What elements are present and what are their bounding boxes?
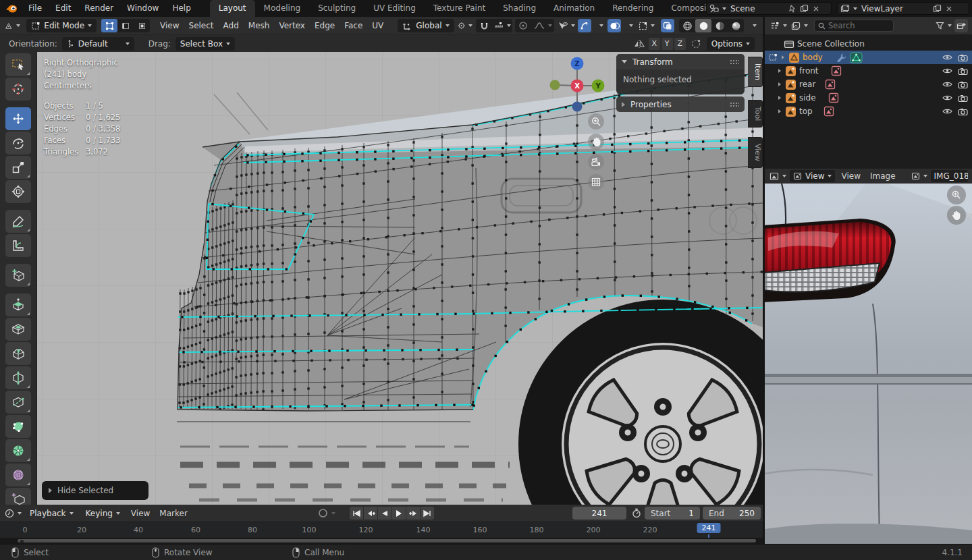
object-name[interactable]: side bbox=[796, 93, 819, 103]
snap-symmetry-icon[interactable] bbox=[691, 38, 701, 49]
tool-annotate[interactable] bbox=[5, 210, 31, 233]
object-visibility-dropdown[interactable] bbox=[556, 19, 576, 32]
expand-chevron-icon[interactable] bbox=[778, 69, 781, 73]
timeline-ruler[interactable]: 0 20 40 60 80 100 120 140 160 180 200 22… bbox=[0, 522, 763, 538]
workspace-tab-animation[interactable]: Animation bbox=[545, 0, 603, 17]
disable-render-camera-icon[interactable] bbox=[958, 81, 968, 88]
shading-solid-button[interactable] bbox=[695, 19, 711, 32]
shading-wireframe-button[interactable] bbox=[679, 19, 695, 32]
tool-cursor[interactable] bbox=[5, 78, 31, 101]
tool-rotate[interactable] bbox=[5, 132, 31, 155]
navigation-gizmo[interactable]: Z X Y bbox=[540, 52, 614, 119]
unlink-scene-icon[interactable] bbox=[813, 5, 819, 12]
remove-viewlayer-icon[interactable] bbox=[946, 5, 952, 12]
timeline-marker-menu[interactable]: Marker bbox=[155, 505, 192, 522]
viewport-camera-button[interactable] bbox=[588, 154, 604, 170]
show-gizmos-dropdown[interactable] bbox=[593, 19, 606, 32]
outliner-row-side[interactable]: side bbox=[765, 91, 972, 105]
play-reverse-button[interactable] bbox=[378, 507, 392, 520]
workspace-tab-shading[interactable]: Shading bbox=[494, 0, 545, 17]
viewlayer-selector[interactable]: ViewLayer bbox=[837, 2, 969, 15]
local-view-dropdown[interactable] bbox=[637, 19, 656, 32]
drag-mode-dropdown[interactable]: Select Box bbox=[176, 37, 235, 51]
npanel-tab-tool[interactable]: Tool bbox=[748, 100, 763, 128]
editor-type-button[interactable] bbox=[3, 19, 22, 32]
properties-panel-header[interactable]: Properties bbox=[616, 96, 745, 112]
hide-eye-icon[interactable] bbox=[942, 81, 952, 88]
image-menu-image[interactable]: Image bbox=[865, 169, 900, 184]
next-keyframe-button[interactable] bbox=[406, 507, 420, 520]
hide-eye-icon[interactable] bbox=[942, 67, 952, 74]
timeline-view-menu[interactable]: View bbox=[126, 505, 155, 522]
menu-vertex[interactable]: Vertex bbox=[274, 17, 310, 34]
npanel-tab-item[interactable]: Item bbox=[748, 57, 763, 87]
current-frame-field[interactable]: 241 bbox=[572, 507, 626, 520]
tool-transform[interactable] bbox=[5, 180, 31, 203]
mode-dropdown[interactable]: Edit Mode bbox=[26, 19, 97, 32]
tool-measure[interactable] bbox=[5, 234, 31, 257]
outliner-row-top[interactable]: top bbox=[765, 105, 972, 118]
disable-render-camera-icon[interactable] bbox=[958, 54, 968, 61]
tool-select-box[interactable] bbox=[5, 53, 31, 76]
tool-spin[interactable] bbox=[5, 439, 31, 462]
expand-chevron-icon[interactable] bbox=[778, 96, 781, 100]
workspace-tab-modeling[interactable]: Modeling bbox=[255, 0, 310, 17]
blender-logo-icon[interactable] bbox=[5, 3, 18, 13]
tool-poly-build[interactable] bbox=[5, 415, 31, 438]
panel-grip-icon[interactable] bbox=[730, 59, 739, 64]
object-name[interactable]: rear bbox=[796, 80, 818, 89]
pin-icon[interactable] bbox=[788, 5, 796, 13]
scene-selector[interactable]: Scene bbox=[706, 2, 832, 15]
viewport-perspective-button[interactable] bbox=[588, 174, 604, 190]
tool-smooth[interactable] bbox=[5, 464, 31, 486]
viewlayer-name[interactable]: ViewLayer bbox=[857, 4, 933, 13]
menu-select[interactable]: Select bbox=[184, 17, 219, 34]
outliner-display-mode-dropdown[interactable] bbox=[769, 19, 788, 32]
new-scene-icon[interactable] bbox=[800, 4, 809, 13]
proportional-edit-toggle[interactable] bbox=[515, 19, 531, 32]
object-name[interactable]: front bbox=[796, 66, 821, 76]
menu-mesh[interactable]: Mesh bbox=[244, 17, 275, 34]
tool-scale[interactable] bbox=[5, 156, 31, 179]
collection-name[interactable]: Scene Collection bbox=[794, 39, 867, 49]
menu-edit[interactable]: Edit bbox=[49, 0, 78, 17]
tool-loop-cut[interactable] bbox=[5, 366, 31, 389]
tool-bevel[interactable] bbox=[5, 342, 31, 365]
drag-orientation-dropdown[interactable]: Default bbox=[62, 37, 134, 51]
image-name-field[interactable]: IMG_018 bbox=[931, 170, 968, 182]
transform-orientation-dropdown[interactable]: Global bbox=[398, 19, 454, 32]
expand-chevron-icon[interactable] bbox=[782, 55, 784, 59]
reference-photo[interactable] bbox=[765, 184, 972, 544]
xray-toggle[interactable] bbox=[661, 19, 674, 32]
workspace-tab-rendering[interactable]: Rendering bbox=[603, 0, 662, 17]
workspace-tab-uv-editing[interactable]: UV Editing bbox=[364, 0, 425, 17]
object-name[interactable]: body bbox=[800, 53, 826, 62]
menu-face[interactable]: Face bbox=[340, 17, 367, 34]
keying-menu[interactable]: Keying bbox=[81, 507, 125, 520]
menu-view[interactable]: View bbox=[155, 17, 184, 34]
expand-chevron-icon[interactable] bbox=[778, 82, 781, 86]
expand-chevron-icon[interactable] bbox=[778, 109, 781, 113]
jump-to-end-button[interactable] bbox=[421, 507, 434, 520]
tool-inset-faces[interactable] bbox=[5, 318, 31, 341]
menu-uv[interactable]: UV bbox=[367, 17, 388, 34]
image-editor-type-button[interactable] bbox=[768, 169, 788, 183]
image-zoom-button[interactable] bbox=[947, 186, 966, 204]
outliner-search[interactable] bbox=[814, 20, 894, 32]
mirror-x-button[interactable]: X bbox=[649, 38, 660, 50]
panel-grip-icon[interactable] bbox=[730, 102, 739, 107]
viewport-3d[interactable]: Right Orthographic (241) body Centimeter… bbox=[37, 52, 763, 505]
show-overlays-toggle[interactable] bbox=[608, 19, 621, 32]
new-collection-button[interactable] bbox=[954, 19, 968, 32]
image-browse-dropdown[interactable] bbox=[910, 169, 929, 183]
hide-eye-icon[interactable] bbox=[942, 94, 952, 101]
jump-to-start-button[interactable] bbox=[350, 507, 363, 520]
start-frame-field[interactable]: Start 1 bbox=[645, 507, 700, 520]
scrollbar-zoom-handle[interactable] bbox=[20, 540, 24, 543]
proportional-falloff-dropdown[interactable] bbox=[531, 19, 554, 32]
timeline-scrollbar[interactable] bbox=[0, 538, 763, 544]
npanel-tab-view[interactable]: View bbox=[748, 137, 763, 168]
disable-render-camera-icon[interactable] bbox=[958, 94, 968, 102]
scrollbar-thumb[interactable] bbox=[18, 539, 756, 542]
mirror-y-button[interactable]: Y bbox=[662, 38, 673, 50]
